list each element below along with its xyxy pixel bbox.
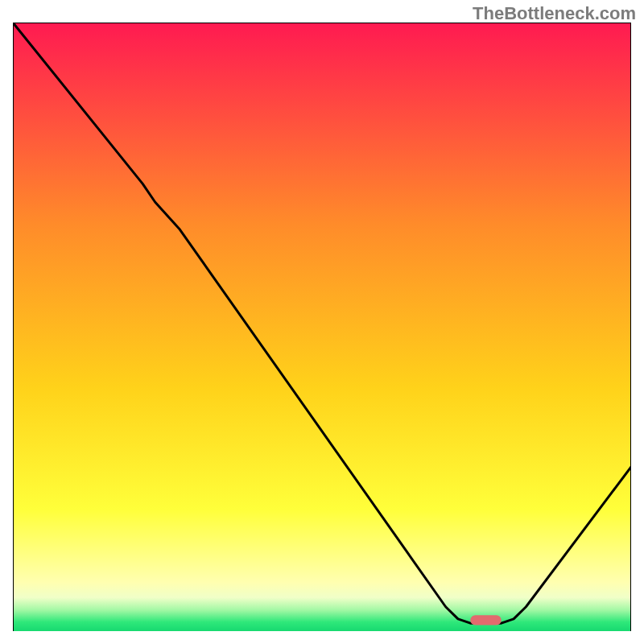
chart-container: TheBottleneck.com — [0, 0, 644, 644]
watermark-label: TheBottleneck.com — [473, 3, 636, 24]
optimal-marker — [470, 615, 501, 625]
gradient-background — [13, 23, 631, 631]
chart-svg — [13, 23, 631, 631]
chart-plot — [13, 23, 631, 631]
